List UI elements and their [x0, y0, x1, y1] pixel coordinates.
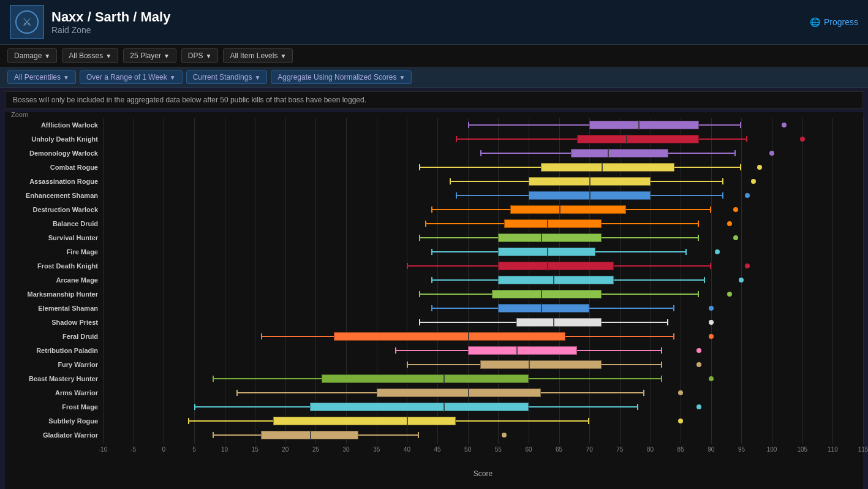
table-row: Enhancement Shaman — [5, 189, 863, 202]
spec-label: Affliction Warlock — [5, 121, 103, 129]
globe-icon: 🌐 — [810, 17, 820, 27]
chart-area-row — [103, 332, 863, 341]
spec-label: Frost Mage — [5, 403, 103, 411]
x-tick-label: 95 — [738, 446, 745, 453]
header-left: ⚔ Naxx / Sarth / Maly Raid Zone — [10, 5, 170, 39]
whisker-cap-left — [431, 249, 432, 255]
whisker-right — [602, 294, 699, 295]
toolbar-btn-itemlevel[interactable]: All Item Levels ▼ — [223, 48, 293, 63]
spec-label: Shadow Priest — [5, 319, 103, 326]
median-line — [310, 430, 311, 440]
whisker-left — [213, 434, 261, 436]
sub-btn-range[interactable]: Over a Range of 1 Week ▼ — [80, 70, 183, 84]
box-plot-box — [504, 219, 602, 228]
spec-label: Assassination Rogue — [5, 178, 103, 185]
whisker-right — [674, 167, 741, 168]
whisker-right — [626, 209, 711, 210]
chart-area-row — [103, 402, 863, 412]
table-row: Frost Death Knight — [5, 259, 863, 273]
box-plot-box — [498, 262, 614, 270]
whisker-left — [407, 265, 498, 267]
spec-label: Fire Mage — [5, 248, 103, 256]
median-line — [541, 289, 542, 299]
whisker-left — [194, 406, 310, 408]
whisker-left — [419, 237, 498, 238]
whisker-left — [431, 279, 498, 281]
whisker-cap-left — [425, 221, 426, 227]
x-tick-label: 80 — [647, 446, 654, 453]
x-tick-label: 10 — [221, 446, 228, 453]
whisker-left — [431, 308, 498, 309]
x-tick-label: 45 — [434, 446, 440, 453]
table-row: Survival Hunter — [5, 231, 863, 245]
spec-label: Unholy Death Knight — [5, 135, 103, 143]
whisker-cap-left — [456, 192, 457, 199]
spec-label: Frost Death Knight — [5, 262, 103, 270]
outlier-dot — [696, 404, 701, 409]
whisker-cap-right — [667, 319, 668, 325]
median-line — [468, 332, 469, 341]
box-plot-box — [498, 276, 614, 284]
outlier-dot — [757, 165, 762, 170]
whisker-cap-left — [194, 404, 195, 410]
toolbar-btn-bosses[interactable]: All Bosses ▼ — [62, 48, 118, 63]
whisker-cap-right — [661, 376, 662, 382]
progress-link[interactable]: 🌐 Progress — [810, 17, 858, 27]
sub-btn-percentiles[interactable]: All Percentiles ▼ — [7, 70, 76, 84]
x-tick-label: 25 — [312, 446, 319, 453]
whisker-cap-left — [431, 207, 432, 213]
table-row: Frost Mage — [5, 400, 863, 414]
whisker-cap-left — [188, 418, 189, 424]
median-line — [547, 261, 548, 271]
box-plot-box — [589, 121, 699, 129]
whisker-cap-left — [213, 376, 214, 382]
median-line — [516, 346, 518, 355]
outlier-dot — [751, 179, 756, 184]
whisker-right — [699, 138, 747, 140]
whisker-right — [577, 350, 662, 351]
chart-area-row — [103, 176, 863, 186]
chart-area-row — [103, 388, 863, 398]
sub-btn-standings[interactable]: Current Standings ▼ — [186, 70, 268, 84]
box-plot-box — [498, 304, 589, 313]
chart-inner: Affliction WarlockUnholy Death KnightDem… — [5, 118, 863, 458]
spec-label: Survival Hunter — [5, 234, 103, 241]
whisker-left — [419, 167, 541, 168]
whisker-left — [456, 195, 529, 196]
x-tick-label: 70 — [586, 446, 593, 453]
whisker-cap-right — [746, 136, 747, 142]
outlier-dot — [745, 193, 750, 198]
whisker-cap-left — [419, 235, 420, 241]
x-tick-label: 40 — [404, 446, 410, 453]
whisker-cap-left — [450, 178, 451, 184]
whisker-cap-right — [704, 277, 705, 283]
table-row: Marksmanship Hunter — [5, 287, 863, 301]
chevron-down-icon: ▼ — [170, 74, 176, 81]
whisker-left — [419, 322, 516, 323]
x-tick-label: 110 — [828, 446, 838, 453]
median-line — [407, 416, 408, 426]
whisker-left — [261, 336, 334, 337]
toolbar-btn-damage[interactable]: Damage ▼ — [7, 48, 57, 63]
table-row: Beast Mastery Hunter — [5, 372, 863, 385]
median-line — [638, 120, 640, 130]
toolbar-btn-player[interactable]: 25 Player ▼ — [123, 48, 176, 63]
box-plot-box — [498, 233, 602, 242]
chart-area-row — [103, 148, 863, 158]
chart-area-row — [103, 162, 863, 172]
chart-area-row — [103, 416, 863, 426]
whisker-right — [602, 322, 668, 323]
whisker-cap-left — [395, 347, 396, 354]
sub-btn-aggregate[interactable]: Aggregate Using Normalized Scores ▼ — [271, 70, 412, 84]
x-tick-label: 90 — [708, 446, 714, 453]
spec-label: Destruction Warlock — [5, 206, 103, 213]
outlier-dot — [745, 263, 750, 268]
whisker-right — [358, 434, 419, 436]
chart-container: Zoom Affliction WarlockUnholy Death Knig… — [5, 112, 863, 489]
toolbar-btn-dps[interactable]: DPS ▼ — [181, 48, 219, 63]
whisker-right — [651, 195, 723, 196]
whisker-cap-right — [637, 404, 638, 410]
spec-label: Enhancement Shaman — [5, 192, 103, 199]
spec-label: Elemental Shaman — [5, 305, 103, 312]
x-tick-label: 55 — [495, 446, 502, 453]
